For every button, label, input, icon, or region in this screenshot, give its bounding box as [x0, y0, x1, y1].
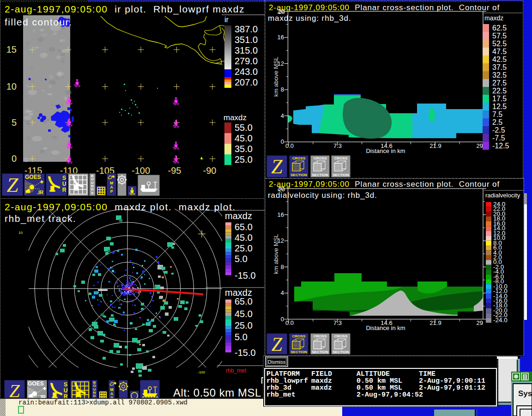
svg-text:35.0: 35.0 — [235, 144, 253, 154]
svg-text:21.9: 21.9 — [429, 142, 441, 149]
svg-text:42.5: 42.5 — [492, 55, 507, 63]
svg-text:rhb_met: rhb_met — [226, 367, 247, 374]
svg-text:243.0: 243.0 — [235, 67, 258, 77]
svg-text:0: 0 — [12, 153, 17, 164]
svg-text:0.0: 0.0 — [285, 319, 294, 326]
svg-text:U: U — [64, 387, 68, 394]
svg-text:2-aug-1997,09:05:00 Planar cr: 2-aug-1997,09:05:00 Planar cross-section… — [269, 180, 500, 189]
svg-text:32.5: 32.5 — [492, 71, 507, 79]
svg-text:7.3: 7.3 — [333, 319, 342, 326]
svg-text:GOES: GOES — [25, 174, 41, 180]
svg-text:45.0: 45.0 — [235, 232, 253, 243]
svg-text:65.0: 65.0 — [235, 222, 253, 232]
svg-text:maxdz: maxdz — [484, 14, 503, 22]
svg-text:5.0: 5.0 — [235, 254, 248, 264]
svg-text:2-Aug-97,9:01:12: 2-Aug-97,9:01:12 — [419, 384, 485, 392]
svg-text:Distance in km: Distance in km — [366, 324, 405, 331]
svg-text:.IR: .IR — [37, 190, 43, 195]
svg-text:km above MSL: km above MSL — [272, 234, 279, 274]
svg-text:5.0: 5.0 — [235, 332, 248, 342]
svg-text:CROSS: CROSS — [314, 334, 327, 338]
svg-text:ir: ir — [224, 16, 229, 24]
svg-text:2-aug-1997,09:05:00 maxdz plo: 2-aug-1997,09:05:00 maxdz plot. maxdz pl… — [5, 202, 236, 212]
svg-text:45.0: 45.0 — [235, 309, 253, 319]
svg-text:2-Aug-97,9:04:52: 2-Aug-97,9:04:52 — [357, 391, 423, 399]
svg-text:Dismiss: Dismiss — [268, 359, 286, 365]
svg-text:8: 8 — [281, 263, 284, 270]
svg-text:-24.0: -24.0 — [493, 317, 508, 324]
svg-text:CROSS: CROSS — [292, 156, 306, 160]
svg-text:SECTION: SECTION — [312, 350, 328, 354]
svg-text:CROSS: CROSS — [292, 334, 306, 338]
svg-text:CROSS: CROSS — [334, 334, 348, 338]
svg-text:15: 15 — [6, 44, 17, 55]
svg-text:SECTION: SECTION — [332, 173, 349, 177]
svg-text:S: S — [64, 381, 67, 388]
svg-text:4: 4 — [281, 112, 284, 119]
svg-text:-100: -100 — [132, 165, 150, 176]
svg-text:Syst: Syst — [518, 389, 532, 398]
svg-text:-15.0: -15.0 — [235, 348, 256, 358]
svg-text:-15.0: -15.0 — [235, 270, 256, 281]
svg-text:-100: -100 — [198, 370, 206, 374]
svg-text:-7.5: -7.5 — [492, 134, 505, 142]
svg-text:maxdz: maxdz — [311, 384, 332, 392]
svg-text:351.0: 351.0 — [235, 35, 258, 45]
svg-text:20: 20 — [278, 8, 285, 15]
svg-text:62.5: 62.5 — [492, 24, 507, 32]
svg-text:16: 16 — [278, 34, 284, 41]
svg-text:65.0: 65.0 — [235, 296, 253, 306]
svg-text:-12.5: -12.5 — [492, 142, 509, 150]
svg-text:10: 10 — [6, 81, 17, 92]
svg-text:U: U — [62, 181, 66, 187]
svg-text:-95: -95 — [168, 165, 181, 176]
svg-text:-90: -90 — [203, 165, 217, 176]
svg-text:20: 20 — [278, 186, 285, 193]
svg-text:27.5: 27.5 — [492, 79, 507, 87]
svg-text:rain:beaufait:113>xdump.all 9: rain:beaufait:113>xdump.all 970802.0905.… — [18, 399, 187, 406]
svg-text:Z: Z — [6, 173, 18, 196]
svg-text:55.0: 55.0 — [235, 122, 253, 133]
svg-text:SECTION: SECTION — [312, 173, 328, 177]
svg-text:radialvelocity: radialvelocity — [485, 192, 520, 199]
svg-text:R: R — [62, 187, 66, 193]
svg-text:-2.5: -2.5 — [492, 126, 505, 134]
svg-text:12.5: 12.5 — [492, 103, 507, 110]
svg-text:Z: Z — [9, 380, 20, 401]
svg-text:315.0: 315.0 — [235, 45, 258, 55]
svg-text:S: S — [91, 191, 94, 195]
svg-text:21.9: 21.9 — [429, 319, 441, 326]
svg-text:2-aug-1997,09:05:00 ir plot.: 2-aug-1997,09:05:00 ir plot. Rhb_lowprf … — [5, 4, 245, 15]
svg-text:0: 0 — [281, 316, 284, 323]
svg-text:0: 0 — [281, 138, 284, 145]
svg-text:7.3: 7.3 — [333, 142, 342, 149]
svg-text:10: 10 — [18, 231, 23, 235]
svg-text:Z: Z — [272, 334, 283, 355]
svg-text:rhb_met track.: rhb_met track. — [5, 213, 76, 224]
svg-text:SECTION: SECTION — [290, 350, 307, 354]
svg-text:8: 8 — [281, 86, 284, 93]
svg-text:25.0: 25.0 — [235, 320, 253, 330]
svg-text:45.0: 45.0 — [235, 133, 253, 143]
svg-text:207.0: 207.0 — [235, 77, 258, 87]
svg-text:S: S — [62, 175, 66, 181]
svg-text:SECTION: SECTION — [290, 173, 307, 177]
svg-text:maxdz: maxdz — [224, 113, 247, 122]
svg-text:279.0: 279.0 — [235, 56, 258, 66]
svg-text:2.5: 2.5 — [492, 118, 502, 126]
svg-text:0.0: 0.0 — [285, 142, 294, 149]
svg-text:5: 5 — [12, 117, 17, 128]
svg-text:25.0: 25.0 — [235, 154, 253, 165]
svg-text:CROSS: CROSS — [334, 156, 348, 160]
svg-text:52.5: 52.5 — [492, 40, 507, 48]
svg-text:16: 16 — [278, 211, 284, 218]
svg-text:Z: Z — [271, 155, 283, 178]
svg-text:maxdz: maxdz — [225, 211, 252, 221]
svg-text:filled contour.: filled contour. — [5, 17, 72, 27]
svg-text:4: 4 — [281, 289, 284, 296]
svg-text:Alt: 0.50 km MSL: Alt: 0.50 km MSL — [173, 386, 261, 399]
svg-text:387.0: 387.0 — [235, 24, 258, 34]
svg-text:37.5: 37.5 — [492, 63, 507, 71]
svg-text:GOES: GOES — [28, 380, 44, 387]
svg-text:17.5: 17.5 — [492, 95, 507, 103]
